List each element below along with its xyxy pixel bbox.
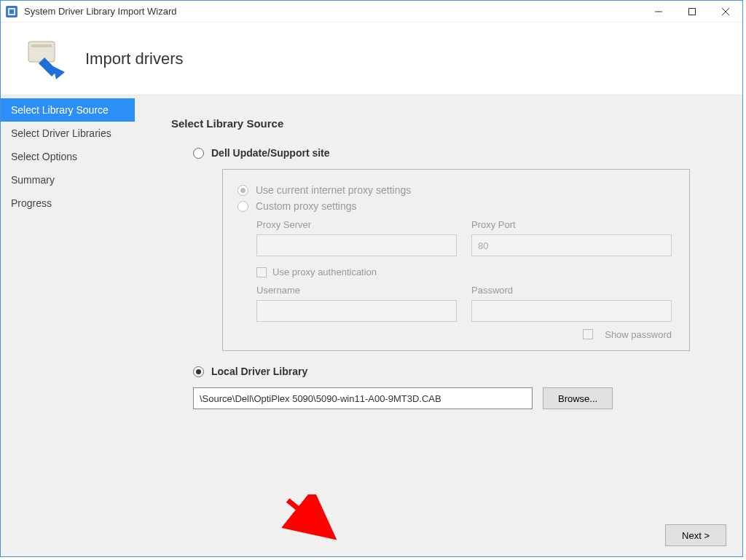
step-label: Select Driver Libraries — [11, 127, 111, 139]
svg-rect-2 — [9, 9, 14, 14]
button-label: Next > — [682, 530, 710, 541]
radio-dell-update[interactable]: Dell Update/Support site — [193, 147, 706, 159]
radio-icon — [237, 201, 248, 212]
radio-icon — [193, 366, 204, 377]
step-label: Summary — [11, 174, 55, 186]
local-path-input[interactable] — [193, 387, 533, 409]
proxy-port-input — [471, 234, 672, 256]
browse-button[interactable]: Browse... — [543, 387, 613, 409]
titlebar: System Driver Library Import Wizard — [1, 1, 742, 23]
local-path-row: Browse... — [193, 387, 706, 409]
step-label: Select Options — [11, 151, 77, 162]
field-label: Proxy Server — [256, 219, 457, 230]
wizard-body: Select Library Source Select Driver Libr… — [1, 95, 742, 556]
radio-use-current-proxy: Use current internet proxy settings — [237, 184, 672, 196]
checkbox-icon — [256, 267, 267, 277]
wizard-footer: Next > — [665, 524, 726, 546]
checkbox-icon — [583, 329, 593, 339]
step-summary[interactable]: Summary — [1, 168, 135, 192]
content-heading: Select Library Source — [171, 117, 706, 130]
titlebar-controls — [642, 1, 742, 23]
field-label: Username — [256, 285, 457, 296]
proxy-settings-group: Use current internet proxy settings Cust… — [222, 169, 690, 351]
radio-label: Use current internet proxy settings — [256, 184, 411, 196]
proxy-password-field: Password — [471, 285, 672, 322]
radio-local-driver-library[interactable]: Local Driver Library — [193, 366, 706, 377]
svg-line-9 — [288, 500, 333, 537]
step-select-driver-libraries[interactable]: Select Driver Libraries — [1, 122, 135, 145]
svg-rect-8 — [31, 44, 52, 47]
show-password-row: Show password — [237, 329, 672, 340]
page-title: Import drivers — [85, 50, 183, 68]
next-button[interactable]: Next > — [665, 524, 726, 546]
window-title: System Driver Library Import Wizard — [24, 6, 642, 17]
proxy-credentials-row: Username Password — [256, 285, 672, 322]
radio-label: Dell Update/Support site — [211, 147, 330, 159]
radio-label: Custom proxy settings — [256, 200, 357, 212]
step-label: Select Library Source — [11, 104, 109, 116]
proxy-auth-checkbox-row: Use proxy authentication — [256, 267, 672, 277]
radio-icon — [237, 185, 248, 196]
close-button[interactable] — [709, 1, 742, 23]
annotation-arrow-icon — [282, 494, 348, 553]
radio-label: Local Driver Library — [211, 366, 307, 377]
step-select-library-source[interactable]: Select Library Source — [1, 98, 135, 122]
step-progress[interactable]: Progress — [1, 192, 135, 215]
step-label: Progress — [11, 197, 52, 209]
radio-icon — [193, 148, 204, 159]
field-label: Proxy Port — [471, 219, 672, 230]
maximize-button[interactable] — [675, 1, 709, 23]
proxy-server-field: Proxy Server — [256, 219, 457, 256]
proxy-server-port-row: Proxy Server Proxy Port — [256, 219, 672, 256]
button-label: Browse... — [558, 393, 597, 404]
svg-rect-4 — [689, 8, 696, 15]
proxy-server-input — [256, 234, 457, 256]
minimize-button[interactable] — [642, 1, 675, 23]
wizard-window: System Driver Library Import Wizard Impo… — [0, 0, 743, 557]
checkbox-label: Show password — [605, 329, 672, 340]
field-label: Password — [471, 285, 672, 296]
app-icon — [5, 5, 18, 18]
proxy-port-field: Proxy Port — [471, 219, 672, 256]
wizard-steps-sidebar: Select Library Source Select Driver Libr… — [1, 95, 135, 556]
proxy-username-input — [256, 300, 457, 322]
step-select-options[interactable]: Select Options — [1, 145, 135, 168]
checkbox-label: Use proxy authentication — [272, 267, 377, 277]
radio-custom-proxy: Custom proxy settings — [237, 200, 672, 212]
wizard-content: Select Library Source Dell Update/Suppor… — [135, 95, 742, 556]
proxy-password-input — [471, 300, 672, 322]
proxy-username-field: Username — [256, 285, 457, 322]
import-drivers-icon — [23, 36, 69, 82]
wizard-header: Import drivers — [1, 23, 742, 95]
